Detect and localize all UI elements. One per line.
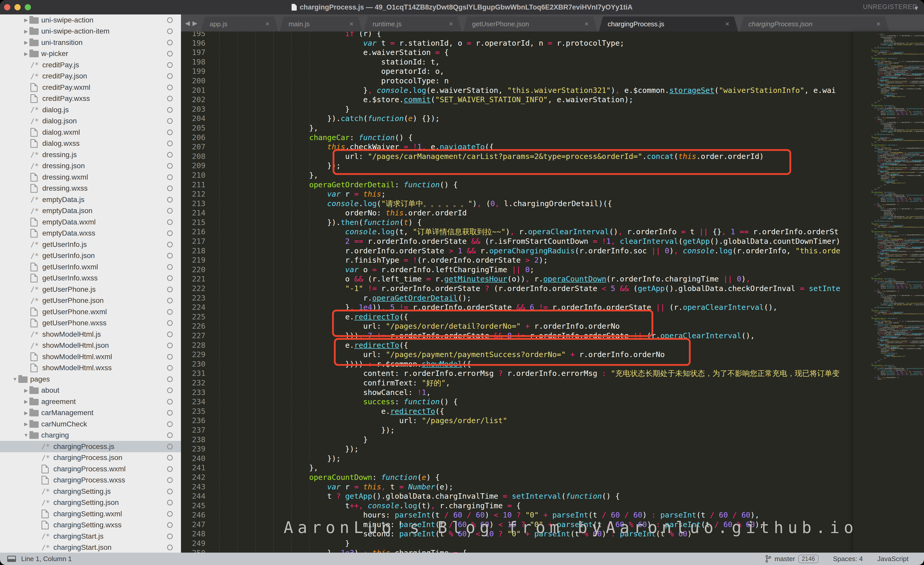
tab-app.js[interactable]: app.js× (201, 17, 278, 32)
sidebar-item-dialog.wxml[interactable]: dialog.wxml (0, 127, 181, 138)
sidebar-item-label: uni-swipe-action (41, 16, 93, 24)
chevron-right-icon[interactable]: ▶ (22, 39, 29, 45)
code-line-233: 233 showCancel: !1, (181, 388, 840, 397)
sidebar-item-chargingStart.js[interactable]: /*chargingStart.js (0, 531, 181, 542)
sidebar-item-creditPay.wxml[interactable]: creditPay.wxml (0, 82, 181, 93)
chevron-right-icon[interactable]: ▶ (22, 421, 29, 427)
sidebar-item-getUserInfo.wxss[interactable]: getUserInfo.wxss (0, 273, 181, 284)
sidebar-item-label: chargingStart.js (53, 532, 104, 541)
sidebar-item-creditPay.json[interactable]: /*creditPay.json (0, 71, 181, 82)
chevron-right-icon[interactable]: ▶ (22, 51, 29, 57)
git-branch-status[interactable]: master 2146 (765, 554, 819, 563)
sidebar-item-chargingSetting.json[interactable]: /*chargingSetting.json (0, 497, 181, 508)
file-status-circle-icon (167, 455, 173, 460)
tab-overflow-dropdown-icon[interactable]: ▼ (913, 5, 920, 12)
tab-scroll-left-icon[interactable]: ◀ (185, 20, 190, 27)
sidebar-item-label: getUserPhone.js (42, 286, 96, 294)
sidebar-item-pages[interactable]: ▼pages (0, 374, 181, 385)
zoom-window-button[interactable] (25, 4, 31, 11)
sidebar-item-charging[interactable]: ▼charging (0, 430, 181, 441)
sidebar-item-getUserInfo.wxml[interactable]: getUserInfo.wxml (0, 261, 181, 273)
minimize-window-button[interactable] (14, 4, 21, 11)
tab-main.js[interactable]: main.js× (280, 17, 362, 32)
sidebar-item-carManagement[interactable]: ▶carManagement (0, 407, 181, 419)
sidebar-item-chargingStart.json[interactable]: /*chargingStart.json (0, 542, 181, 553)
chevron-down-icon[interactable]: ▼ (22, 433, 29, 438)
syntax-language[interactable]: JavaScript (878, 555, 909, 563)
sidebar-item-label: chargingStart.json (53, 543, 112, 551)
sidebar-item-getUserPhone.js[interactable]: /*getUserPhone.js (0, 284, 181, 295)
document-file-icon (42, 464, 49, 473)
sidebar-item-chargingProcess.json[interactable]: /*chargingProcess.json (0, 452, 181, 464)
tab-close-icon[interactable]: × (585, 20, 589, 28)
sidebar-item-chargingSetting.wxml[interactable]: chargingSetting.wxml (0, 508, 181, 520)
tab-close-icon[interactable]: × (350, 20, 354, 28)
tab-close-icon[interactable]: × (265, 20, 269, 28)
sidebar-item-uni-swipe-action-item[interactable]: ▶uni-swipe-action-item (0, 26, 181, 37)
sidebar-item-chargingProcess.wxss[interactable]: chargingProcess.wxss (0, 475, 181, 486)
document-file-icon (42, 521, 49, 529)
sidebar-item-creditPay.wxss[interactable]: creditPay.wxss (0, 93, 181, 105)
sidebar-item-getUserInfo.js[interactable]: /*getUserInfo.js (0, 239, 181, 250)
window-title-group: chargingProcess.js — 49_O1cqT14ZB8zyDwt8… (292, 3, 633, 11)
sidebar-item-chargingSetting.wxss[interactable]: chargingSetting.wxss (0, 520, 181, 531)
sidebar-item-agreement[interactable]: ▶agreement (0, 396, 181, 407)
tab-close-icon[interactable]: × (725, 20, 729, 28)
sidebar-item-getUserPhone.wxml[interactable]: getUserPhone.wxml (0, 306, 181, 318)
sidebar-item-uni-swipe-action[interactable]: ▶uni-swipe-action (0, 15, 181, 26)
sidebar-item-emptyData.json[interactable]: /*emptyData.json (0, 205, 181, 217)
sidebar-item-showModelHtml.json[interactable]: /*showModelHtml.json (0, 340, 181, 352)
sidebar-item-emptyData.wxml[interactable]: emptyData.wxml (0, 216, 181, 228)
sidebar-item-about[interactable]: ▶about (0, 385, 181, 396)
chevron-right-icon[interactable]: ▶ (22, 29, 29, 34)
status-bar: Line 1, Column 1 master 2146 Spaces: 4 J… (0, 553, 924, 565)
sidebar-item-showModelHtml.js[interactable]: /*showModelHtml.js (0, 329, 181, 340)
tab-chargingProcess.json[interactable]: chargingProcess.json× (740, 17, 889, 32)
sidebar-toggle-icon[interactable] (7, 556, 16, 562)
minimap[interactable]: if (r) { var t = r.stationId, o = r.oper… (854, 32, 924, 553)
tab-getUserPhone.json[interactable]: getUserPhone.json× (463, 17, 597, 32)
sidebar-item-chargingProcess.js[interactable]: /*chargingProcess.js (0, 441, 181, 452)
sidebar-item-creditPay.js[interactable]: /*creditPay.js (0, 59, 181, 71)
tab-close-icon[interactable]: × (876, 20, 880, 28)
sidebar-item-dressing.wxss[interactable]: dressing.wxss (0, 183, 181, 194)
sidebar-item-getUserPhone.wxss[interactable]: getUserPhone.wxss (0, 318, 181, 329)
cursor-position-label[interactable]: Line 1, Column 1 (21, 555, 72, 563)
sidebar-item-chargingSetting.js[interactable]: /*chargingSetting.js (0, 486, 181, 497)
sidebar-item-label: showModelHtml.wxml (42, 353, 112, 361)
chevron-right-icon[interactable]: ▶ (22, 398, 29, 404)
sidebar-item-dialog.wxss[interactable]: dialog.wxss (0, 138, 181, 149)
sidebar-item-getUserPhone.json[interactable]: /*getUserPhone.json (0, 295, 181, 307)
tab-chargingProcess.js[interactable]: chargingProcess.js× (599, 17, 738, 32)
chevron-down-icon[interactable]: ▼ (12, 376, 18, 382)
close-window-button[interactable] (4, 4, 10, 11)
sidebar-item-uni-transition[interactable]: ▶uni-transition (0, 37, 181, 48)
sidebar-item-dressing.json[interactable]: /*dressing.json (0, 161, 181, 172)
chevron-right-icon[interactable]: ▶ (22, 17, 29, 23)
code-editor[interactable]: 195 if (r) {196 var t = r.stationId, o =… (181, 32, 924, 553)
indentation-setting[interactable]: Spaces: 4 (833, 555, 863, 563)
sidebar-item-dressing.js[interactable]: /*dressing.js (0, 149, 181, 161)
document-file-icon (30, 229, 38, 237)
sidebar-item-emptyData.wxss[interactable]: emptyData.wxss (0, 228, 181, 239)
tab-scroll-right-icon[interactable]: ▶ (192, 20, 197, 27)
sidebar-item-showModelHtml.wxml[interactable]: showModelHtml.wxml (0, 351, 181, 362)
file-status-circle-icon (167, 152, 173, 158)
tab-runtime.js[interactable]: runtime.js× (364, 17, 462, 32)
sidebar-item-carNumCheck[interactable]: ▶carNumCheck (0, 418, 181, 430)
chevron-right-icon[interactable]: ▶ (22, 410, 29, 416)
tab-close-icon[interactable]: × (449, 20, 453, 28)
document-file-icon (30, 128, 38, 137)
sidebar-item-getUserInfo.json[interactable]: /*getUserInfo.json (0, 250, 181, 261)
chevron-right-icon[interactable]: ▶ (22, 388, 29, 394)
file-status-circle-icon (167, 399, 173, 404)
sidebar-item-dialog.js[interactable]: /*dialog.js (0, 104, 181, 116)
sidebar-item-w-picker[interactable]: ▶w-picker (0, 48, 181, 60)
sidebar-item-dialog.json[interactable]: /*dialog.json (0, 116, 181, 127)
sidebar-item-chargingProcess.wxml[interactable]: chargingProcess.wxml (0, 463, 181, 475)
sidebar-item-dressing.wxml[interactable]: dressing.wxml (0, 171, 181, 183)
sidebar-item-showModelHtml.wxss[interactable]: showModelHtml.wxss (0, 362, 181, 374)
document-icon (292, 4, 297, 11)
sidebar-item-emptyData.js[interactable]: /*emptyData.js (0, 194, 181, 205)
sidebar-file-tree[interactable]: ▶uni-swipe-action▶uni-swipe-action-item▶… (0, 15, 181, 553)
